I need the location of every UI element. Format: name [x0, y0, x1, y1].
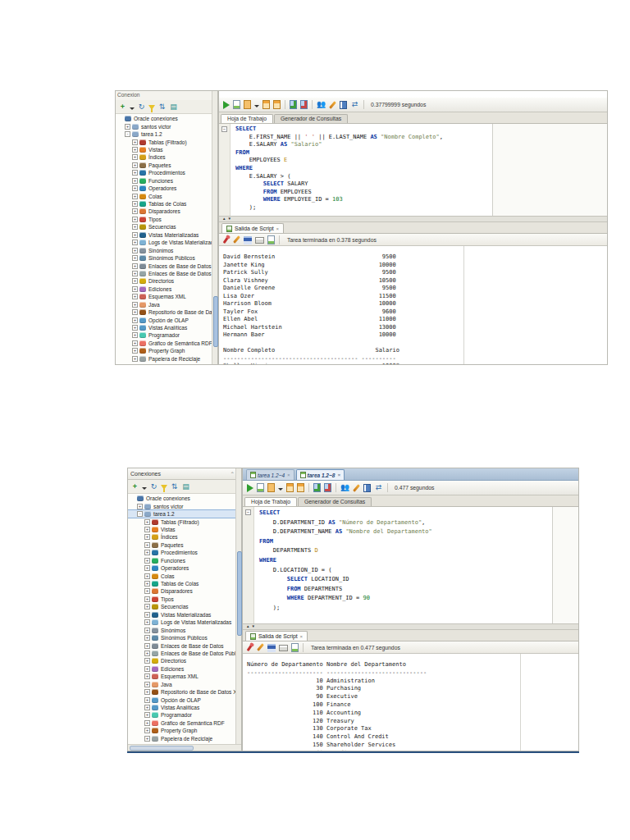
expand-toggle-icon[interactable]: + — [144, 705, 150, 710]
expand-toggle-icon[interactable]: + — [144, 658, 150, 664]
expand-toggle-icon[interactable]: + — [144, 542, 150, 548]
expand-toggle-icon[interactable]: + — [132, 317, 138, 323]
pin-icon[interactable] — [247, 644, 253, 651]
expand-toggle-icon[interactable]: + — [132, 286, 138, 292]
expand-toggle-icon[interactable]: + — [132, 302, 138, 308]
tree-item[interactable]: -tarea 1.2 — [128, 510, 240, 518]
expand-toggle-icon[interactable]: + — [132, 240, 138, 245]
clear-output-icon[interactable] — [257, 643, 264, 651]
commit-icon[interactable] — [313, 483, 321, 492]
tree-item[interactable]: +Colas — [128, 572, 240, 579]
tree-item[interactable]: +Tablas (Filtrado) — [128, 518, 240, 525]
tree-item[interactable]: +Sinónimos Públicos — [128, 634, 240, 641]
tree-item[interactable]: +Enlaces de Base de Datos — [116, 262, 217, 269]
sql-tuning-icon[interactable] — [273, 100, 281, 109]
run-statement-icon[interactable] — [247, 484, 253, 492]
tree-item[interactable]: +Sinónimos Públicos — [116, 254, 217, 262]
tree-item[interactable]: +Logs de Vistas Materializadas — [116, 239, 217, 246]
tree-item[interactable]: +Logs de Vistas Materializadas — [128, 619, 240, 626]
tree-item[interactable]: +Procedimientos — [128, 549, 240, 556]
tree-item[interactable]: +Tipos — [116, 216, 217, 223]
expand-toggle-icon[interactable]: + — [132, 348, 138, 354]
sql-history-icon[interactable] — [363, 484, 371, 492]
sql-history-icon[interactable] — [340, 101, 347, 109]
tree-item[interactable]: +Gráfico de Semántica RDF — [116, 340, 217, 347]
tree-item[interactable]: +Vistas Materializadas — [116, 231, 217, 239]
to-worksheet-icon[interactable]: ⇄ — [374, 483, 383, 492]
expand-toggle-icon[interactable]: + — [132, 224, 138, 230]
sql-code[interactable]: SELECT E.FIRST_NAME || ' ' || E.LAST_NAM… — [231, 124, 493, 216]
expand-toggle-icon[interactable]: + — [132, 340, 138, 346]
expand-toggle-icon[interactable]: + — [144, 534, 150, 540]
clear-output-icon[interactable] — [233, 235, 240, 244]
print-icon[interactable] — [255, 237, 264, 244]
tree-item[interactable]: +Paquetes — [128, 541, 240, 549]
tree-item[interactable]: +Papelera de Reciclaje — [116, 355, 217, 363]
rollback-icon[interactable] — [324, 483, 331, 492]
close-icon[interactable]: × — [276, 226, 280, 231]
tree-item[interactable]: +Vistas Analíticas — [116, 324, 217, 331]
expand-toggle-icon[interactable]: + — [144, 527, 150, 532]
tree-item[interactable]: +Vistas — [128, 526, 240, 533]
add-connection-icon[interactable]: + — [118, 103, 127, 112]
expand-toggle-icon[interactable]: + — [132, 294, 138, 299]
tree-item[interactable]: +Sinónimos — [116, 246, 217, 253]
expand-toggle-icon[interactable]: + — [132, 309, 138, 315]
script-output-area[interactable]: Número de Departamento Nombre del Depart… — [243, 654, 578, 751]
expand-toggle-icon[interactable]: + — [144, 604, 150, 609]
dropdown-caret-icon[interactable] — [254, 105, 259, 107]
tree-item[interactable]: Oracle conexiones — [116, 115, 217, 122]
tree-item[interactable]: +Sinónimos — [128, 626, 240, 633]
expand-toggle-icon[interactable]: + — [144, 596, 150, 602]
tree-item[interactable]: +Enlaces de Base de Datos Pública — [116, 270, 217, 277]
tree-item[interactable]: +Property Graph — [128, 727, 240, 734]
tree-item[interactable]: -tarea 1.2 — [116, 130, 217, 138]
expand-toggle-icon[interactable]: + — [144, 720, 150, 726]
tab-script-output[interactable]: Salida de Script × — [245, 631, 308, 641]
expand-toggle-icon[interactable]: + — [144, 673, 150, 679]
to-worksheet-icon[interactable]: ⇄ — [350, 100, 359, 109]
run-script-icon[interactable] — [233, 100, 240, 109]
expand-toggle-icon[interactable]: + — [132, 139, 138, 145]
tree-item[interactable]: +Secuencias — [116, 223, 217, 231]
tree-item[interactable]: +Esquemas XML — [116, 293, 217, 300]
save-icon[interactable] — [267, 644, 276, 652]
minimize-panel-icon[interactable]: ⌃ — [231, 472, 235, 477]
expand-toggle-icon[interactable]: + — [132, 255, 138, 261]
tree-item[interactable]: +Vistas — [116, 146, 217, 153]
expand-toggle-icon[interactable]: + — [144, 550, 150, 555]
expand-toggle-icon[interactable]: + — [144, 666, 150, 672]
expand-toggle-icon[interactable]: + — [144, 697, 150, 703]
expand-toggle-icon[interactable]: + — [125, 124, 130, 130]
tree-scrollbar[interactable] — [235, 468, 241, 745]
autotrace-icon[interactable] — [244, 100, 251, 109]
sql-code[interactable]: SELECT D.DEPARTMENT_ID AS "Número de Dep… — [254, 507, 553, 623]
tree-item[interactable]: +Opción de OLAP — [116, 316, 217, 323]
tree-item[interactable]: +santos victor — [128, 502, 240, 509]
clear-icon[interactable] — [353, 484, 360, 492]
sort-icon[interactable]: ⇅ — [158, 103, 167, 112]
tree-item[interactable]: +Ediciones — [128, 665, 240, 673]
sql-tuning-icon[interactable] — [297, 483, 304, 492]
tree-item[interactable]: +Java — [116, 301, 217, 308]
refresh-icon[interactable]: ↻ — [149, 482, 158, 491]
expand-toggle-icon[interactable]: + — [132, 178, 138, 184]
add-connection-dropdown-icon[interactable] — [130, 107, 135, 110]
script-output-area[interactable]: David Bernstein 9500 Janette King 10000 … — [219, 246, 607, 364]
expand-toggle-icon[interactable]: + — [144, 712, 150, 718]
tab-query-builder[interactable]: Generador de Consultas — [274, 114, 348, 123]
expand-toggle-icon[interactable]: + — [144, 728, 150, 733]
expand-toggle-icon[interactable]: + — [144, 612, 150, 618]
expand-toggle-icon[interactable]: + — [132, 217, 138, 222]
filter-icon[interactable] — [161, 485, 167, 490]
filter-icon[interactable] — [148, 105, 155, 110]
tree-item[interactable]: +Funciones — [116, 177, 217, 185]
tree-item[interactable]: +Repositorio de Base de Datos XML — [128, 688, 240, 696]
tree-item[interactable]: +Tablas de Colas — [116, 200, 217, 208]
close-icon[interactable]: × — [337, 472, 340, 477]
tree-item[interactable]: +Opción de OLAP — [128, 696, 240, 703]
collapse-all-icon[interactable]: ▤ — [169, 103, 178, 112]
expand-toggle-icon[interactable]: + — [144, 558, 150, 564]
commit-icon[interactable] — [290, 100, 297, 109]
tree-item[interactable]: +Esquemas XML — [128, 673, 240, 680]
